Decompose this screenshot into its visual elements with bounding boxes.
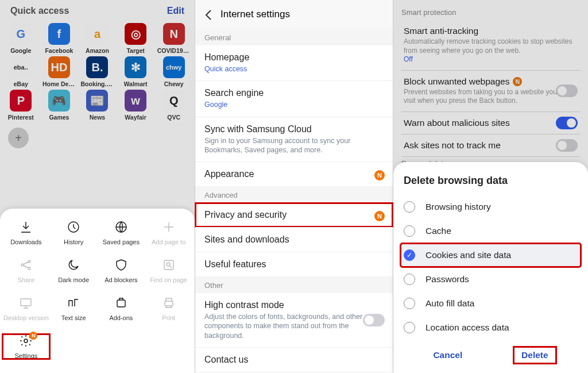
tile-label: COVID19 U… xyxy=(157,47,191,54)
qa-tile[interactable]: fFacebook xyxy=(41,23,78,54)
qa-tile[interactable]: QQVC xyxy=(155,90,192,121)
menu-find: Find on page xyxy=(145,258,192,283)
delete-option[interactable]: Auto fill data xyxy=(404,291,578,316)
qa-tile[interactable]: 📰News xyxy=(79,90,116,121)
settings-row[interactable]: Sites and downloads xyxy=(195,227,393,252)
cancel-button[interactable]: Cancel xyxy=(425,347,470,364)
qa-tile[interactable]: NCOVID19 U… xyxy=(155,23,192,54)
menu-addons[interactable]: Add-ons xyxy=(98,296,145,321)
tile-icon: G xyxy=(10,23,32,45)
menu-settings[interactable]: Settings xyxy=(2,334,50,359)
delete-button[interactable]: Delete xyxy=(513,347,556,364)
download-icon xyxy=(19,220,33,234)
privacy-row[interactable]: Warn about malicious sites xyxy=(401,112,580,134)
menu-downloads[interactable]: Downloads xyxy=(2,220,50,245)
row-title: Privacy and security xyxy=(204,210,384,220)
menu-label: Saved pages xyxy=(103,239,140,245)
tile-icon: 🎮 xyxy=(48,90,70,111)
row-subtitle: Prevent websites from taking you to a we… xyxy=(404,88,578,106)
new-badge: N xyxy=(513,77,522,86)
row-title: Appearance xyxy=(204,169,384,179)
privacy-row[interactable]: Smart anti-trackingAutomatically remove … xyxy=(401,20,580,71)
menu-print: Print xyxy=(145,296,192,321)
settings-row[interactable]: HomepageQuick access xyxy=(195,45,393,80)
delete-option[interactable]: Location access data xyxy=(404,316,578,340)
toggle[interactable] xyxy=(556,117,578,129)
edit-button[interactable]: Edit xyxy=(167,6,184,16)
menu-dark-mode[interactable]: Dark mode xyxy=(50,258,98,283)
tile-label: Wayfair xyxy=(125,114,146,121)
tile-label: Walmart xyxy=(124,80,148,87)
text-size-icon xyxy=(67,296,80,310)
tile-icon: ◎ xyxy=(125,23,146,45)
row-title: Useful features xyxy=(204,259,384,270)
delete-option[interactable]: Passwords xyxy=(404,267,578,291)
menu-label: History xyxy=(64,239,83,245)
tile-icon: w xyxy=(125,90,146,111)
tile-label: Chewy xyxy=(164,80,184,87)
qa-tile[interactable]: ◎Target xyxy=(117,23,154,54)
qa-tile[interactable]: eba..eBay xyxy=(2,56,40,87)
menu-saved-pages[interactable]: Saved pages xyxy=(98,220,145,245)
qa-tile[interactable]: HDHome Depot xyxy=(41,56,78,87)
row-subtitle: Automatically remove tracking cookies to… xyxy=(404,37,578,64)
delete-option[interactable]: Browsing history xyxy=(404,195,578,219)
tile-label: Amazon xyxy=(86,47,109,54)
delete-option[interactable]: Cache xyxy=(404,219,578,243)
settings-row[interactable]: Search engineGoogle xyxy=(195,80,393,116)
gear-icon xyxy=(19,334,33,348)
menu-label: Share xyxy=(18,276,34,283)
qa-tile[interactable]: GGoogle xyxy=(2,23,40,54)
qa-tile[interactable]: chwyChewy xyxy=(155,56,192,87)
option-label: Browsing history xyxy=(425,202,491,212)
settings-row[interactable]: Contact us xyxy=(195,347,393,372)
toggle[interactable] xyxy=(363,314,385,326)
menu-label: Text size xyxy=(61,314,86,321)
option-label: Location access data xyxy=(425,322,509,333)
settings-row[interactable]: High contrast modeAdjust the colors of f… xyxy=(195,293,393,347)
menu-history[interactable]: History xyxy=(50,220,98,245)
qa-tile[interactable]: ✻Walmart xyxy=(117,56,154,87)
delete-option[interactable]: Cookies and site data xyxy=(400,243,581,267)
row-title: Homepage xyxy=(204,52,384,63)
qa-tile[interactable]: wWayfair xyxy=(117,90,154,121)
qa-tile[interactable]: PPinterest xyxy=(2,90,40,121)
radio-icon xyxy=(404,249,415,261)
back-icon[interactable] xyxy=(202,8,215,21)
option-label: Cookies and site data xyxy=(425,250,511,260)
tile-label: Facebook xyxy=(45,47,73,54)
privacy-row[interactable]: Block unwanted webpagesNPrevent websites… xyxy=(401,71,580,112)
svg-rect-8 xyxy=(117,300,125,307)
qa-tile[interactable]: B.Booking.com xyxy=(79,56,116,87)
option-label: Cache xyxy=(425,226,451,236)
settings-row[interactable]: Privacy and securityN xyxy=(195,203,393,227)
tile-icon: chwy xyxy=(163,56,185,78)
row-status: Off xyxy=(404,55,578,64)
toggle[interactable] xyxy=(556,84,578,97)
shield-icon xyxy=(114,258,128,272)
row-subtitle: Sign in to your Samsung account to sync … xyxy=(204,136,384,155)
clock-icon xyxy=(67,220,80,234)
settings-row[interactable]: AppearanceN xyxy=(195,161,393,186)
tile-icon: eba.. xyxy=(10,56,32,78)
internet-settings-pane: Internet settings GeneralHomepageQuick a… xyxy=(195,0,393,373)
menu-text-size[interactable]: Text size xyxy=(50,296,98,321)
radio-icon xyxy=(404,225,415,237)
find-icon xyxy=(162,258,176,272)
settings-row[interactable]: Sync with Samsung CloudSign in to your S… xyxy=(195,117,393,162)
menu-ad-blockers[interactable]: Ad blockers xyxy=(98,258,145,283)
row-title: Block unwanted webpagesN xyxy=(404,76,578,87)
radio-icon xyxy=(404,322,415,333)
new-badge: N xyxy=(374,211,385,221)
settings-row[interactable]: Useful features xyxy=(195,252,393,276)
row-subtitle: Quick access xyxy=(204,64,384,74)
toggle[interactable] xyxy=(556,139,578,152)
privacy-row[interactable]: Ask sites not to track me xyxy=(401,134,580,157)
qa-tile[interactable]: aAmazon xyxy=(79,23,116,54)
option-label: Passwords xyxy=(425,274,469,284)
add-tile-button[interactable]: + xyxy=(8,128,29,148)
tile-label: Booking.com xyxy=(80,80,114,87)
qa-tile[interactable]: 🎮Games xyxy=(41,90,78,121)
row-title: Warn about malicious sites xyxy=(404,118,578,128)
menu-label: Desktop version xyxy=(3,314,49,321)
